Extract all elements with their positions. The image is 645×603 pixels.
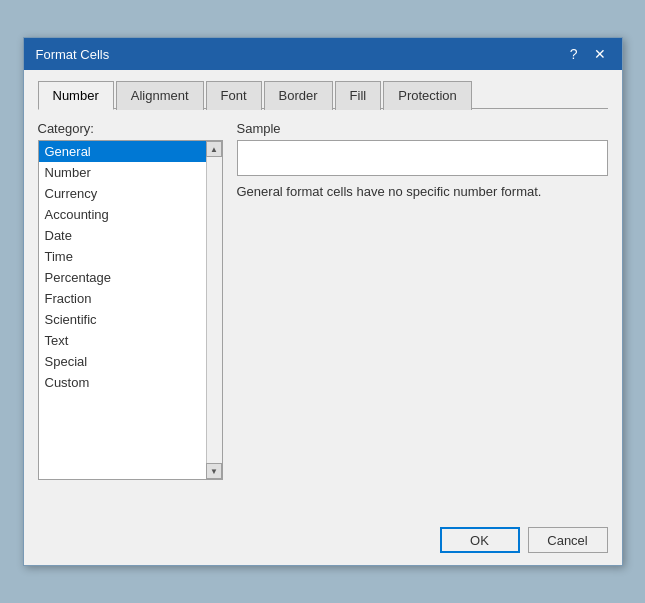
category-item-time[interactable]: Time	[39, 246, 222, 267]
category-item-text[interactable]: Text	[39, 330, 222, 351]
tabs-container: NumberAlignmentFontBorderFillProtection	[38, 80, 608, 109]
sample-box	[237, 140, 608, 176]
scroll-down-arrow[interactable]: ▼	[206, 463, 222, 479]
category-list-inner: GeneralNumberCurrencyAccountingDateTimeP…	[39, 141, 222, 393]
help-button[interactable]: ?	[566, 47, 582, 61]
scroll-up-arrow[interactable]: ▲	[206, 141, 222, 157]
left-panel: Category: GeneralNumberCurrencyAccountin…	[38, 121, 223, 501]
dialog-title: Format Cells	[36, 47, 110, 62]
category-item-currency[interactable]: Currency	[39, 183, 222, 204]
category-item-general[interactable]: General	[39, 141, 222, 162]
category-item-custom[interactable]: Custom	[39, 372, 222, 393]
category-item-date[interactable]: Date	[39, 225, 222, 246]
sample-label: Sample	[237, 121, 608, 136]
format-cells-dialog: Format Cells ? ✕ NumberAlignmentFontBord…	[23, 37, 623, 566]
title-bar: Format Cells ? ✕	[24, 38, 622, 70]
right-panel: Sample General format cells have no spec…	[237, 121, 608, 501]
category-list[interactable]: GeneralNumberCurrencyAccountingDateTimeP…	[38, 140, 223, 480]
close-button[interactable]: ✕	[590, 47, 610, 61]
content-area: Category: GeneralNumberCurrencyAccountin…	[38, 121, 608, 501]
category-item-number[interactable]: Number	[39, 162, 222, 183]
dialog-body: NumberAlignmentFontBorderFillProtection …	[24, 70, 622, 515]
tab-alignment[interactable]: Alignment	[116, 81, 204, 110]
tab-font[interactable]: Font	[206, 81, 262, 110]
category-item-accounting[interactable]: Accounting	[39, 204, 222, 225]
category-list-wrapper: GeneralNumberCurrencyAccountingDateTimeP…	[38, 140, 223, 480]
category-item-percentage[interactable]: Percentage	[39, 267, 222, 288]
category-item-scientific[interactable]: Scientific	[39, 309, 222, 330]
category-item-special[interactable]: Special	[39, 351, 222, 372]
tab-border[interactable]: Border	[264, 81, 333, 110]
scroll-thumb-area	[207, 157, 222, 463]
category-item-fraction[interactable]: Fraction	[39, 288, 222, 309]
tab-protection[interactable]: Protection	[383, 81, 472, 110]
title-bar-controls: ? ✕	[566, 47, 610, 61]
dialog-footer: OK Cancel	[24, 515, 622, 565]
description-text: General format cells have no specific nu…	[237, 184, 608, 199]
category-label: Category:	[38, 121, 223, 136]
scrollbar-track: ▲ ▼	[206, 141, 222, 479]
ok-button[interactable]: OK	[440, 527, 520, 553]
tab-number[interactable]: Number	[38, 81, 114, 110]
tab-fill[interactable]: Fill	[335, 81, 382, 110]
cancel-button[interactable]: Cancel	[528, 527, 608, 553]
